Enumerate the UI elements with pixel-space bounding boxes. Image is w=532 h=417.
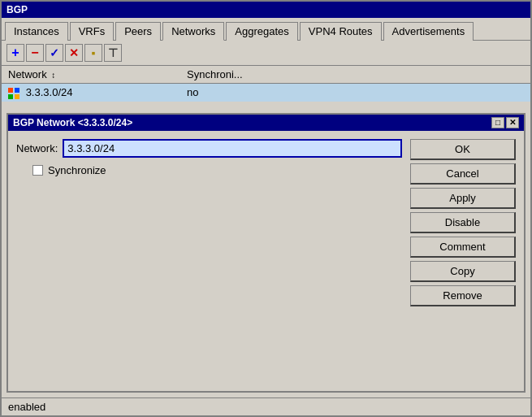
dialog-close-button[interactable]: ✕ bbox=[506, 117, 519, 128]
network-label: Network: bbox=[16, 142, 58, 154]
tab-bar: Instances VRFs Peers Networks Aggregates… bbox=[2, 18, 530, 41]
cancel-button[interactable]: Cancel bbox=[410, 163, 516, 185]
synchronize-row: Synchronize bbox=[16, 164, 402, 176]
tab-peers[interactable]: Peers bbox=[115, 22, 161, 41]
tab-networks[interactable]: Networks bbox=[162, 22, 224, 41]
synchronize-label: Synchronize bbox=[48, 164, 106, 176]
tab-vpn4routes[interactable]: VPN4 Routes bbox=[300, 22, 382, 41]
main-window: BGP Instances VRFs Peers Networks Aggreg… bbox=[0, 0, 532, 417]
column-header-sync: Synchroni... bbox=[184, 67, 265, 81]
remove-toolbar-button[interactable]: − bbox=[26, 44, 44, 62]
add-button[interactable]: + bbox=[6, 44, 24, 62]
apply-button[interactable]: Apply bbox=[410, 188, 516, 209]
dialog-buttons: OK Cancel Apply Disable Comment Copy Rem… bbox=[410, 139, 516, 383]
network-field-row: Network: bbox=[16, 139, 402, 158]
sort-arrow: ↕ bbox=[51, 71, 55, 80]
table-row[interactable]: 3.3.3.0/24 no bbox=[2, 84, 530, 102]
square-button[interactable]: ▪ bbox=[84, 44, 102, 62]
dialog-left: Network: Synchronize bbox=[16, 139, 402, 383]
status-text: enabled bbox=[8, 401, 45, 413]
network-icon bbox=[8, 88, 19, 99]
tab-vrfs[interactable]: VRFs bbox=[70, 22, 115, 41]
svg-rect-3 bbox=[15, 94, 19, 99]
window-title: BGP bbox=[6, 4, 28, 15]
network-input[interactable] bbox=[63, 139, 402, 158]
cell-sync: no bbox=[184, 85, 265, 99]
svg-rect-0 bbox=[8, 88, 13, 93]
filter-button[interactable]: ⊤ bbox=[104, 44, 122, 62]
cross-button[interactable]: ✕ bbox=[65, 44, 83, 62]
tab-advertisements[interactable]: Advertisements bbox=[383, 22, 474, 41]
dialog-title: BGP Network <3.3.3.0/24> bbox=[13, 117, 132, 128]
dialog-title-controls: □ ✕ bbox=[491, 117, 519, 128]
ok-button[interactable]: OK bbox=[410, 139, 516, 160]
spacer bbox=[2, 102, 530, 108]
tab-aggregates[interactable]: Aggregates bbox=[226, 22, 298, 41]
dialog-title-bar: BGP Network <3.3.3.0/24> □ ✕ bbox=[8, 115, 524, 131]
disable-button[interactable]: Disable bbox=[410, 212, 516, 233]
svg-rect-1 bbox=[15, 88, 19, 93]
tab-instances[interactable]: Instances bbox=[5, 22, 68, 41]
copy-button[interactable]: Copy bbox=[410, 261, 516, 282]
table-header: Network ↕ Synchroni... bbox=[2, 66, 530, 84]
synchronize-checkbox[interactable] bbox=[32, 165, 43, 176]
dialog-restore-button[interactable]: □ bbox=[491, 117, 504, 128]
column-header-network: Network ↕ bbox=[5, 67, 184, 81]
dialog-body: Network: Synchronize OK Cancel Apply Dis… bbox=[8, 131, 524, 391]
remove-button[interactable]: Remove bbox=[410, 285, 516, 306]
title-bar: BGP bbox=[2, 2, 530, 18]
toolbar: + − ✓ ✕ ▪ ⊤ bbox=[2, 41, 530, 66]
status-bar: enabled bbox=[2, 397, 530, 415]
table-area: Network ↕ Synchroni... 3.3.3.0/24 bbox=[2, 66, 530, 102]
cell-network: 3.3.3.0/24 bbox=[5, 85, 184, 100]
check-button[interactable]: ✓ bbox=[45, 44, 63, 62]
svg-rect-2 bbox=[8, 94, 13, 99]
dialog: BGP Network <3.3.3.0/24> □ ✕ Network: Sy… bbox=[6, 113, 526, 393]
comment-button[interactable]: Comment bbox=[410, 237, 516, 258]
